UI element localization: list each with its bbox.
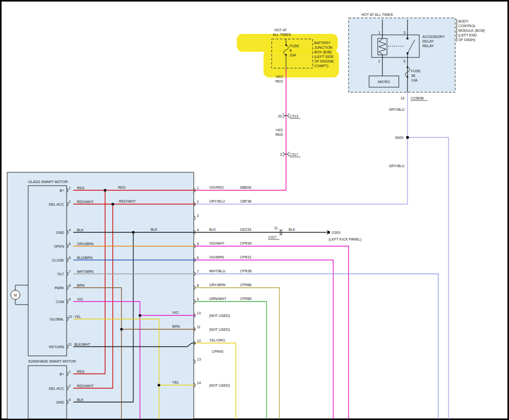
conn-pin-12: 12 (197, 339, 201, 343)
relay-pin-2: 2 (378, 59, 380, 63)
fuse8-label: FUSE (290, 44, 299, 48)
c213-link[interactable]: C213 (290, 114, 298, 118)
conn-pin-13: 13 (197, 357, 201, 361)
glass-pin-name-open: OPEN (54, 245, 64, 248)
label-gd233: GD233 (240, 228, 251, 231)
glass-wire-vio: VIO (77, 297, 84, 301)
glass-pin-num-9: 9 (69, 297, 71, 301)
wire-label-red-1: RED (275, 79, 283, 83)
roof-module-box (7, 172, 194, 419)
bjb-name-2: JUNCTION (314, 46, 332, 49)
g300-inline-pin: 11 (274, 226, 278, 230)
splice-blk (132, 231, 134, 233)
label-viowht: VIO/WHT (209, 242, 225, 245)
sunshade-wire-blk: BLK (77, 398, 84, 402)
splice-vio (138, 314, 141, 316)
label-whtblu: WHT/BLU (209, 269, 226, 273)
relay-name-1: ACCESSORY (422, 35, 445, 38)
wire-label-gryblu-2: GRY/BLU (389, 164, 404, 168)
wire-label-vio-2: VIO/ (276, 128, 283, 132)
bjb-name-5: OF ENGINE (314, 59, 334, 63)
glass-pin-name-com: COM (56, 300, 65, 304)
wiring-diagram-canvas: HOT AT ALL TIMES FUSE 8 20A BATTERY JUNC… (0, 0, 509, 420)
glass-motor-title: GLASS SMART MOTOR (28, 180, 68, 184)
label-sbb08: SBB08 (240, 186, 251, 189)
relay-pin-1: 1 (378, 31, 380, 34)
bcm-box-fill (349, 18, 455, 92)
splice-brn (120, 328, 123, 330)
glass-pin-name-gnd: GND (56, 231, 64, 234)
label-cpr85: CPR85 (240, 297, 252, 301)
conn-pin-7: 7 (197, 270, 199, 273)
glass-wire-blk-2: BLK (151, 228, 158, 231)
glass-pin-name-tilt: TILT (57, 272, 65, 276)
conn-pin-4: 4 (197, 228, 199, 232)
glass-wire-blkwht: BLK/WHT (74, 343, 91, 346)
glass-pin-name-close: CLOSE (52, 258, 64, 262)
glass-wire-blk: BLK (77, 228, 84, 232)
glass-wire-whtbrn: WHT/BRN (77, 270, 94, 273)
mid-label-yel: YEL (172, 381, 179, 384)
glass-wire-red: RED (77, 186, 85, 190)
glass-pin-num-11: 11 (68, 343, 72, 346)
c2280b-link[interactable]: C2280B (411, 96, 424, 100)
wire-label-vio-1: VIO/ (276, 75, 283, 78)
glass-wire-orgbrn: ORG/BRN (77, 242, 94, 246)
bjb-hot-label-2: ALL TIMES (273, 33, 291, 36)
c317-link[interactable]: C317 (290, 153, 298, 156)
c317b-link[interactable]: C317 (268, 235, 277, 239)
label-cpr40: CPR40 (212, 350, 223, 353)
c317-pin: 3 (280, 153, 282, 156)
label-yelorg: YEL/ORG (209, 338, 225, 342)
label-gryblu: GRY/BLU (209, 199, 225, 203)
fuse8-rating: 20A (290, 53, 296, 57)
splice-yel (157, 384, 160, 386)
bjb-hot-label-1: HOT AT (274, 28, 287, 32)
relay-pin-3: 3 (403, 31, 405, 34)
relay-name-3: RELAY (422, 44, 434, 48)
wire-label-red-2: RED (275, 133, 283, 136)
conn-pin-1: 1 (197, 186, 199, 190)
g300-dot (327, 231, 330, 234)
glass-pin-num-6: 6 (69, 256, 71, 259)
glass-pin-num-5: 5 (69, 242, 71, 246)
glass-pin-name-delacc: DEL ACC (49, 203, 64, 206)
conn-pin-9: 9 (197, 297, 199, 301)
sunshade-pin-name-bplus: B+ (59, 372, 64, 376)
glass-pin-num-8: 8 (69, 284, 71, 287)
bcm-out-pin: 13 (400, 96, 404, 100)
glass-wire-brn: BRN (77, 284, 85, 287)
s900-label: S900 (395, 136, 403, 139)
conn-pin-6: 6 (197, 256, 199, 259)
bjb-name-6: COMPT) (314, 64, 329, 68)
fuse38-label: FUSE (411, 69, 421, 73)
glass-wire-red-2: RED (118, 186, 126, 189)
label-cpr38: CPR38 (240, 269, 252, 273)
relay-pin-5: 5 (403, 59, 405, 63)
mid-label-vio: VIO (172, 311, 179, 314)
micro-label: MICRO (378, 80, 390, 84)
glass-pin-name-return: RETURN (49, 345, 64, 349)
fuse38-rating: 10A (411, 78, 418, 82)
mid-label-brn: BRN (172, 325, 180, 328)
splice-redwht (111, 203, 114, 205)
wire-label-gryblu-1: GRY/BLU (389, 108, 404, 111)
conn-pin-5: 5 (197, 242, 199, 246)
fuse38-number: 38 (411, 74, 415, 77)
label-cpr39: CPR39 (240, 242, 252, 245)
bcm-name-3: MODULE (BCM) (458, 29, 485, 33)
glass-wire-redwht-2: RED/WHT (119, 199, 136, 203)
sunshade-wire-red: RED (77, 370, 85, 373)
glass-pin-name-bplus: B+ (59, 189, 64, 192)
label-blk-2: BLK (289, 228, 296, 231)
glass-wire-blubrn: BLU/BRN (77, 256, 92, 259)
glass-pin-name-park: PARK (54, 286, 64, 290)
bjb-name-3: BOX (BJB) (314, 50, 332, 54)
label-grnwht: GRN/WHT (209, 297, 227, 301)
g300-location: (LEFT KICK PANEL) (329, 237, 361, 242)
glass-pin-num-1: 1 (69, 186, 71, 190)
label-viobrn: VIO/BRN (209, 255, 224, 259)
conn-pin-14: 14 (197, 381, 201, 385)
glass-pin-num-10: 10 (68, 315, 72, 318)
bjb-name-1: BATTERY (314, 41, 331, 45)
